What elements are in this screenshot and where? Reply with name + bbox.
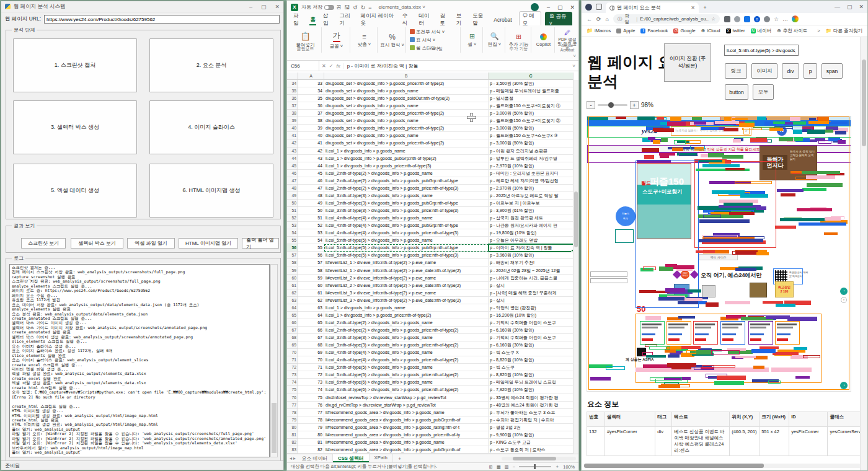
cell-C73[interactable]: p - 8,820원 (10% 할인) bbox=[489, 371, 574, 379]
row-header-53[interactable]: 53 bbox=[287, 222, 298, 229]
cell-C60[interactable]: p - 나에게 집중하는 시간, 봄봄스쿨 bbox=[489, 275, 574, 282]
step-button-2[interactable]: 2. 요소 분석 bbox=[149, 38, 273, 92]
grid-vscrollbar[interactable] bbox=[573, 80, 578, 454]
cell-B55[interactable]: li.col_5:nth-of-type(5) > div.goods_info… bbox=[324, 237, 489, 244]
extension-icon[interactable] bbox=[734, 16, 740, 22]
excel-close-icon[interactable]: ✕ bbox=[570, 4, 575, 11]
excel-maximize-icon[interactable]: ▢ bbox=[557, 4, 563, 11]
cell-B47[interactable]: li.col_2:nth-of-type(2) > div.goods_info… bbox=[324, 177, 489, 185]
refresh-icon[interactable]: ⟳ bbox=[596, 16, 601, 22]
row-header-48[interactable]: 48 bbox=[287, 185, 298, 192]
undo-icon[interactable]: ↺ bbox=[353, 4, 358, 11]
cell-C71[interactable]: p - 8,820원 (10% 할인) bbox=[489, 356, 574, 364]
percent-icon[interactable]: % bbox=[389, 33, 396, 42]
row-header-34[interactable]: 34 bbox=[287, 80, 298, 87]
cell-A78[interactable]: 77 bbox=[298, 409, 324, 416]
cell-B81[interactable]: li#recommend_goods_area > div.goods_info… bbox=[324, 431, 489, 439]
sheet-tab-요소 데이터[interactable]: 요소 데이터 bbox=[297, 454, 333, 462]
cell-C55[interactable]: p - 오늘은 아무래도 덮밥 bbox=[489, 237, 574, 244]
cell-A52[interactable]: 51 bbox=[298, 214, 324, 222]
ribbon-tab-검토[interactable]: 검토 bbox=[440, 12, 449, 27]
cell-C51[interactable]: p - 3,900원 (61% 할인) bbox=[489, 207, 574, 214]
row-header-38[interactable]: 38 bbox=[287, 110, 298, 117]
cell-B57[interactable]: li.col_5:nth-of-type(5) > div.goods_info… bbox=[324, 252, 489, 259]
cell-B36[interactable]: div.goods_set > div.goods_info > p.goods… bbox=[324, 95, 489, 102]
result-button-4[interactable]: HTML 이미지맵 열기 bbox=[179, 238, 238, 249]
row-header-83[interactable]: 83 bbox=[287, 446, 298, 454]
cell-C63[interactable]: p - 상시 bbox=[489, 297, 574, 304]
row-header-73[interactable]: 73 bbox=[287, 371, 298, 379]
cell-C37[interactable]: p - 월드퍼즐150 스도쿠+미로찾기 ① bbox=[489, 102, 574, 110]
cell-C48[interactable]: p - 2,970원 (10% 할인) bbox=[489, 185, 574, 192]
filter-button-이미지[interactable]: 이미지 bbox=[751, 63, 777, 79]
annotated-screenshot[interactable]: yes24〈노후자금 잃을라〉 주수식·정회된 추천⌕N간단한 퀴즈 풀고 만원… bbox=[587, 116, 851, 392]
cell-B62[interactable]: li#eventList_3 > div.eve_info:nth-of-typ… bbox=[324, 289, 489, 297]
sheet-prev-icon[interactable]: ◂ bbox=[290, 456, 292, 461]
row-header-56[interactable]: 56 bbox=[287, 244, 298, 252]
row-header-47[interactable]: 47 bbox=[287, 177, 298, 185]
copilot-icon[interactable] bbox=[540, 33, 547, 40]
row-header-42[interactable]: 42 bbox=[287, 139, 298, 147]
zoom-slider[interactable] bbox=[598, 104, 627, 106]
cell-B37[interactable]: div.goods_set > div.goods_info > p.goods… bbox=[324, 102, 489, 110]
new-tab-icon[interactable]: ＋ bbox=[702, 4, 707, 11]
cell-A67[interactable]: 66 bbox=[298, 327, 324, 334]
cell-A77[interactable]: 76 bbox=[298, 402, 324, 409]
cell-B80[interactable]: li#recommend_goods_area > div.goods_info… bbox=[324, 424, 489, 431]
align-label[interactable]: 맞춤 ˅ bbox=[358, 42, 371, 48]
bookmarks-overflow-icon[interactable]: > bbox=[817, 28, 820, 33]
edge-minimize-icon[interactable]: — bbox=[835, 4, 840, 10]
cell-C36[interactable]: p - 일시품절 bbox=[489, 95, 574, 102]
cell-A66[interactable]: 65 bbox=[298, 319, 324, 327]
copilot-browser-icon[interactable] bbox=[792, 15, 799, 22]
more-menu-icon[interactable]: … bbox=[782, 16, 788, 22]
cell-C40[interactable]: p - 3,000원 (50% 할인) bbox=[489, 125, 574, 132]
cells-label[interactable]: 셀 ˅ bbox=[468, 42, 477, 48]
page-layout-icon[interactable]: ▦ bbox=[497, 464, 501, 470]
zoom-out-button[interactable]: - bbox=[587, 101, 595, 109]
cell-C45[interactable]: p - 2,970원 (10% 할인) bbox=[489, 162, 574, 170]
cell-B78[interactable]: li#recommend_goods_area > div.goods_info… bbox=[324, 409, 489, 416]
cell-B50[interactable]: li.col_3:nth-of-type(3) > div.goods_info… bbox=[324, 200, 489, 207]
close-icon[interactable]: ✕ bbox=[275, 4, 280, 10]
cell-B59[interactable]: li#eventList_1 > div.eve_info:nth-of-typ… bbox=[324, 267, 489, 275]
cell-C53[interactable]: p - 나관중 원저/요시카와 에이지 편 bbox=[489, 222, 574, 229]
cell-B71[interactable]: li.col_4:nth-of-type(4) > div.goods_info… bbox=[324, 356, 489, 364]
row-header-70[interactable]: 70 bbox=[287, 349, 298, 356]
zoom-slider[interactable] bbox=[519, 466, 551, 467]
step-button-5[interactable]: 5. 엑셀 데이터 생성 bbox=[13, 164, 137, 218]
cell-B53[interactable]: li.col_4:nth-of-type(4) > div.goods_info… bbox=[324, 222, 489, 229]
zoom-slider-thumb[interactable] bbox=[608, 102, 614, 108]
result-button-3[interactable]: 엑셀 파일 열기 bbox=[127, 238, 175, 249]
selector-input[interactable] bbox=[724, 45, 799, 56]
cell-B74[interactable]: li.col_6:nth-of-type(6) > div.goods_info… bbox=[324, 379, 489, 386]
url-input[interactable] bbox=[44, 15, 280, 24]
page-vscrollbar[interactable] bbox=[860, 37, 867, 470]
filter-button-p[interactable]: p bbox=[804, 63, 817, 79]
cell-A40[interactable]: 39 bbox=[298, 125, 324, 132]
filter-button-링크[interactable]: 링크 bbox=[725, 63, 747, 79]
font-icon[interactable]: 가 bbox=[333, 30, 340, 42]
enter-icon[interactable]: ✓ bbox=[329, 63, 334, 69]
cell-A58[interactable]: 57 bbox=[298, 259, 324, 266]
number-format-label[interactable]: 표시 형식 ˅ bbox=[380, 43, 404, 48]
name-box[interactable]: C56 bbox=[287, 61, 319, 71]
cell-A60[interactable]: 59 bbox=[298, 275, 324, 282]
cell-B38[interactable]: div.goods_set > div.goods_info > p.goods… bbox=[324, 110, 489, 117]
ribbon-tab-데이터[interactable]: 데이터 bbox=[418, 12, 433, 27]
row-header-40[interactable]: 40 bbox=[287, 125, 298, 132]
sheet-hscrollbar[interactable] bbox=[502, 457, 576, 460]
sheet-next-icon[interactable]: ▸ bbox=[293, 456, 296, 461]
cell-C81[interactable]: p - 9,900원 (10% 할인) bbox=[489, 431, 574, 439]
row-header-63[interactable]: 63 bbox=[287, 297, 298, 304]
cell-A70[interactable]: 69 bbox=[298, 349, 324, 356]
cell-A36[interactable]: 35 bbox=[298, 95, 324, 102]
filter-button-span[interactable]: span bbox=[822, 63, 843, 79]
tab-actions-icon[interactable] bbox=[596, 4, 602, 10]
editing-label[interactable]: 편집 ˅ bbox=[488, 42, 501, 48]
other-favorites[interactable]: 📁다른 즐겨찾기 bbox=[826, 28, 862, 34]
cell-B44[interactable]: li.col_1 > div.goods_info > p.goods_pubG… bbox=[324, 155, 489, 162]
cell-A64[interactable]: 63 bbox=[298, 304, 324, 312]
row-header-36[interactable]: 36 bbox=[287, 95, 298, 102]
editing-icon[interactable]: 🔍 bbox=[490, 32, 499, 40]
